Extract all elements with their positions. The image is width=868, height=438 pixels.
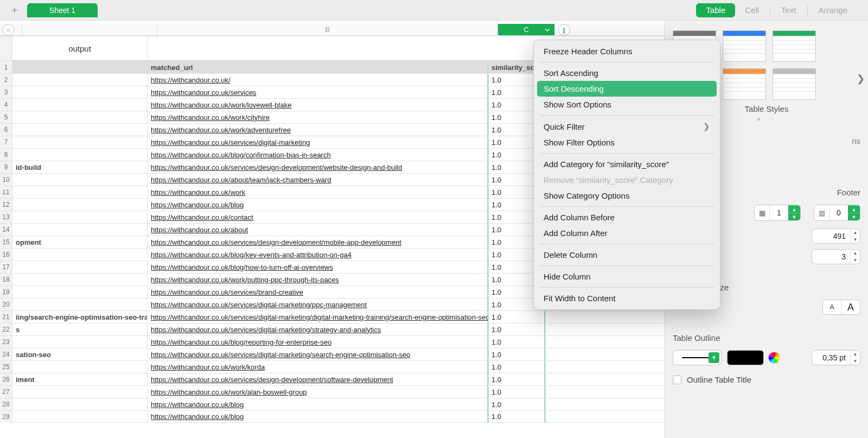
row-number[interactable]: 15 bbox=[0, 236, 12, 248]
add-sheet-button[interactable]: + bbox=[10, 5, 20, 15]
cell-b[interactable]: https://withcandour.co.uk/work/korda bbox=[148, 361, 488, 373]
cell-b[interactable]: https://withcandour.co.uk/blog bbox=[148, 398, 488, 410]
row-number[interactable]: 25 bbox=[0, 360, 12, 373]
cell-a[interactable] bbox=[12, 299, 148, 310]
footer-rows-stepper[interactable]: ▥ 0 ▲▼ bbox=[814, 205, 860, 221]
row-number[interactable]: 18 bbox=[0, 273, 12, 285]
step-up-icon[interactable]: ▲ bbox=[851, 351, 860, 358]
row-number[interactable]: 22 bbox=[0, 323, 12, 335]
cell-a[interactable] bbox=[12, 99, 148, 111]
cell-a[interactable]: iing/search-engine-optimisation-seo-trai… bbox=[12, 311, 148, 323]
table-style-swatch[interactable] bbox=[773, 30, 816, 62]
cell-a[interactable]: iment bbox=[12, 373, 148, 385]
row-number[interactable]: 9 bbox=[0, 161, 12, 173]
cell-a[interactable] bbox=[12, 174, 148, 186]
table-row[interactable]: imenthttps://withcandour.co.uk/services/… bbox=[12, 373, 665, 385]
cols-count-input[interactable]: 3 ▲▼ bbox=[812, 249, 860, 264]
rows-count-input[interactable]: 491 ▲▼ bbox=[812, 228, 860, 244]
row-number[interactable]: 10 bbox=[0, 173, 12, 186]
cell-b[interactable]: https://withcandour.co.uk/blog bbox=[148, 411, 488, 422]
row-number[interactable]: 3 bbox=[0, 86, 12, 98]
row-number[interactable]: 2 bbox=[0, 73, 12, 86]
cell-b[interactable]: https://withcandour.co.uk/blog/how-to-tu… bbox=[148, 261, 488, 273]
step-down-icon[interactable]: ▼ bbox=[851, 358, 860, 365]
cell-a[interactable] bbox=[12, 111, 148, 123]
styles-next-icon[interactable]: ❯ bbox=[857, 73, 865, 85]
cell-a[interactable] bbox=[12, 249, 148, 261]
cell-b[interactable]: https://withcandour.co.uk/blog/reporting… bbox=[148, 336, 488, 348]
table-style-swatch[interactable] bbox=[723, 30, 766, 62]
row-number[interactable]: 11 bbox=[0, 186, 12, 198]
font-size-small-button[interactable]: A bbox=[823, 300, 841, 314]
outline-table-title-row[interactable]: Outline Table Title bbox=[673, 375, 860, 384]
table-row[interactable]: https://withcandour.co.uk/work/alan-bosw… bbox=[12, 385, 665, 398]
color-wheel-icon[interactable] bbox=[768, 352, 780, 364]
cell-a[interactable] bbox=[12, 211, 148, 223]
cell-b[interactable]: https://withcandour.co.uk/services/desig… bbox=[148, 236, 488, 248]
cell-b[interactable]: https://withcandour.co.uk/services/brand… bbox=[148, 286, 488, 298]
row-number[interactable]: 1 bbox=[0, 61, 12, 73]
cell-a[interactable] bbox=[12, 274, 148, 285]
step-up-icon[interactable]: ▲ bbox=[851, 250, 860, 257]
row-number[interactable]: 26 bbox=[0, 373, 12, 385]
cell-a[interactable] bbox=[12, 186, 148, 198]
row-number[interactable]: 7 bbox=[0, 136, 12, 148]
cell-b[interactable]: https://withcandour.co.uk/services/digit… bbox=[148, 348, 488, 360]
cell-b[interactable]: https://withcandour.co.uk/services/digit… bbox=[148, 311, 488, 323]
table-row[interactable]: https://withcandour.co.uk/blog/reporting… bbox=[12, 335, 665, 348]
column-header-a[interactable] bbox=[22, 24, 157, 35]
row-number[interactable]: 13 bbox=[0, 211, 12, 223]
cell-a[interactable] bbox=[12, 74, 148, 86]
cell-a[interactable]: id-build bbox=[12, 161, 148, 173]
cell-c[interactable]: 1.0 bbox=[488, 398, 545, 410]
cm-quick-filter[interactable]: Quick Filter❯ bbox=[537, 118, 717, 135]
cell-c[interactable]: 1.0 bbox=[488, 336, 545, 348]
cell-b[interactable]: https://withcandour.co.uk/services/digit… bbox=[148, 136, 488, 148]
row-number[interactable]: 8 bbox=[0, 148, 12, 161]
row-number[interactable]: 23 bbox=[0, 335, 12, 348]
cell-b[interactable]: https://withcandour.co.uk/about/team/jac… bbox=[148, 174, 488, 186]
row-number[interactable]: 21 bbox=[0, 310, 12, 323]
table-row[interactable]: https://withcandour.co.uk/work/korda1.0 bbox=[12, 360, 665, 373]
row-number[interactable]: 28 bbox=[0, 398, 12, 410]
cell-a[interactable] bbox=[12, 411, 148, 422]
row-number[interactable]: 19 bbox=[0, 285, 12, 298]
cell-a[interactable] bbox=[12, 336, 148, 348]
cell-b[interactable]: https://withcandour.co.uk/work/cityhire bbox=[148, 111, 488, 123]
cell-b[interactable]: https://withcandour.co.uk/work bbox=[148, 186, 488, 198]
cell-b[interactable]: https://withcandour.co.uk/services/desig… bbox=[148, 373, 488, 385]
cell-a[interactable]: opment bbox=[12, 236, 148, 248]
tab-cell[interactable]: Cell bbox=[735, 3, 769, 17]
tab-arrange[interactable]: Arrange bbox=[809, 3, 857, 17]
cm-sort-ascending[interactable]: Sort Ascending bbox=[537, 65, 717, 81]
row-number[interactable]: 24 bbox=[0, 348, 12, 360]
cell-c[interactable]: 1.0 bbox=[488, 323, 545, 335]
table-title[interactable]: output bbox=[12, 36, 148, 60]
cell-a[interactable] bbox=[12, 136, 148, 148]
step-up-icon[interactable]: ▲ bbox=[851, 229, 860, 236]
cell-a[interactable]: sation-seo bbox=[12, 348, 148, 360]
cell-b[interactable]: https://withcandour.co.uk/services/digit… bbox=[148, 299, 488, 310]
cell-a[interactable] bbox=[12, 361, 148, 373]
font-size-large-button[interactable]: A bbox=[841, 300, 860, 314]
row-number[interactable]: 14 bbox=[0, 223, 12, 236]
cm-add-column-after[interactable]: Add Column After bbox=[537, 225, 717, 241]
cell-b[interactable]: https://withcandour.co.uk/work/lovewell-… bbox=[148, 99, 488, 111]
header-rows-stepper[interactable]: ▦ 1 ▲▼ bbox=[754, 205, 801, 221]
step-down-icon[interactable]: ▼ bbox=[851, 257, 860, 264]
table-row[interactable]: shttps://withcandour.co.uk/services/digi… bbox=[12, 323, 665, 335]
table-style-swatch[interactable] bbox=[723, 68, 766, 100]
row-number[interactable]: 5 bbox=[0, 111, 12, 123]
sheet-tab[interactable]: Sheet 1 bbox=[27, 3, 98, 17]
checkbox[interactable] bbox=[673, 376, 681, 384]
cell-a[interactable]: s bbox=[12, 323, 148, 335]
cell-a[interactable] bbox=[12, 286, 148, 298]
row-number[interactable]: 4 bbox=[0, 98, 12, 111]
outline-color-well[interactable] bbox=[727, 350, 764, 365]
cell-c[interactable]: 1.0 bbox=[488, 373, 545, 385]
table-row[interactable]: https://withcandour.co.uk/blog1.0 bbox=[12, 398, 665, 410]
cell-a[interactable] bbox=[12, 86, 148, 98]
cell-a[interactable] bbox=[12, 199, 148, 211]
step-down-icon[interactable]: ▼ bbox=[788, 213, 800, 220]
row-number[interactable]: 6 bbox=[0, 123, 12, 136]
